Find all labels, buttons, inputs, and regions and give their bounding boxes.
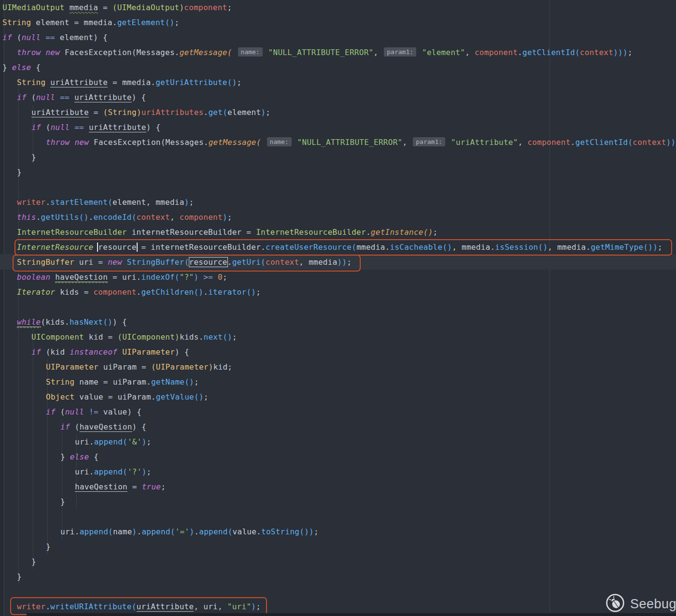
code-token: append( xyxy=(94,467,127,476)
code-line[interactable]: if (null == uriAttribute) { xyxy=(0,120,676,135)
code-token: StringBuffer( xyxy=(127,258,189,267)
code-token: value) { xyxy=(99,407,141,416)
code-token: = mmedia. xyxy=(108,78,155,87)
code-line[interactable]: Object value = uiParam.getValue(); xyxy=(0,389,676,404)
code-token xyxy=(417,48,422,57)
code-token: uri. xyxy=(60,527,80,536)
code-token: writeURIAttribute( xyxy=(50,602,136,611)
code-line[interactable]: boolean haveQestion = uri.indexOf("?") >… xyxy=(0,270,676,285)
code-line[interactable]: uriAttribute = (String)uriAttributes.get… xyxy=(0,105,676,120)
code-token: ; xyxy=(658,243,662,252)
code-line[interactable]: UIParameter uiParam = (UIParameter)kid; xyxy=(0,359,676,374)
code-line[interactable]: } xyxy=(0,150,676,165)
code-line[interactable]: writer.startElement(element, mmedia); xyxy=(0,195,676,210)
code-token: ; xyxy=(161,482,166,491)
code-token: ; xyxy=(256,602,261,611)
code-token: } xyxy=(60,452,70,461)
code-line[interactable]: UIComponent kid = (UIComponent)kids.next… xyxy=(0,329,676,344)
code-token: (kids. xyxy=(41,317,70,327)
code-token: . xyxy=(204,108,209,117)
code-token: ) { xyxy=(146,123,161,132)
code-line[interactable]: StringBuffer uri = new StringBuffer(reso… xyxy=(0,255,676,270)
code-line[interactable]: } xyxy=(0,569,676,584)
code-token: '=' xyxy=(175,527,190,536)
code-line[interactable]: if (kid instanceof UIParameter) { xyxy=(0,344,676,359)
code-token: StringBuffer xyxy=(17,258,74,267)
code-line[interactable]: String element = mmedia.getElement(); xyxy=(0,15,676,30)
code-token: null xyxy=(36,93,56,102)
code-line[interactable]: if (null == uriAttribute) { xyxy=(0,90,676,105)
code-editor: UIMediaOutput mmedia = (UIMediaOutput)co… xyxy=(0,0,676,616)
code-line[interactable]: } xyxy=(0,539,676,554)
code-token: )) xyxy=(338,258,347,267)
code-token: { xyxy=(89,452,99,461)
code-token: uiParam = xyxy=(99,362,151,372)
code-token xyxy=(41,48,46,57)
code-line[interactable]: if (haveQestion) { xyxy=(0,419,676,434)
code-token: >= xyxy=(203,272,213,282)
code-token: = xyxy=(98,3,113,12)
code-token: , xyxy=(373,48,383,57)
code-line[interactable]: } else { xyxy=(0,449,676,464)
code-token: ; xyxy=(204,392,209,401)
code-line[interactable] xyxy=(0,300,676,315)
code-token: ( xyxy=(12,33,22,42)
code-token: getMessage( xyxy=(180,48,232,57)
code-line[interactable]: uri.append(name).append('=').append(valu… xyxy=(0,524,676,539)
code-line[interactable]: String name = uiParam.getName(); xyxy=(0,374,676,389)
code-token: getUriAttribute() xyxy=(155,78,237,87)
code-line[interactable] xyxy=(0,180,676,195)
code-line[interactable]: if (null == element) { xyxy=(0,30,676,45)
code-line[interactable]: String uriAttribute = mmedia.getUriAttri… xyxy=(0,75,676,90)
code-token: ))) xyxy=(666,138,676,147)
code-token: uri = xyxy=(74,258,108,267)
code-line[interactable]: while(kids.hasNext()) { xyxy=(0,315,676,329)
code-token: != xyxy=(89,407,99,416)
code-token: value = uiParam. xyxy=(74,392,155,401)
code-token: ; xyxy=(227,213,232,222)
code-token: indexOf( xyxy=(141,272,180,282)
code-line[interactable]: } xyxy=(0,554,676,569)
code-line[interactable]: } xyxy=(0,494,676,509)
code-line[interactable] xyxy=(0,584,676,599)
code-token: if xyxy=(46,407,56,416)
code-token: context xyxy=(580,48,613,57)
code-line[interactable]: uri.append('&'); xyxy=(0,434,676,449)
code-line[interactable]: Iterator kids = component.getChildren().… xyxy=(0,285,676,300)
code-line[interactable]: if (null != value) { xyxy=(0,404,676,419)
code-token: ) xyxy=(653,243,658,252)
code-area[interactable]: UIMediaOutput mmedia = (UIMediaOutput)co… xyxy=(0,0,676,614)
code-line[interactable]: uri.append('?'); xyxy=(0,464,676,479)
code-token: while xyxy=(17,317,41,327)
code-line[interactable]: } xyxy=(0,165,676,180)
code-token: == xyxy=(60,93,70,102)
param-hint-badge: name: xyxy=(267,137,292,146)
code-line[interactable]: InternetResourceBuilder internetResource… xyxy=(0,225,676,240)
code-token xyxy=(117,347,122,357)
code-line[interactable]: UIMediaOutput mmedia = (UIMediaOutput)co… xyxy=(0,0,676,15)
code-token: , xyxy=(402,138,412,147)
code-token: ( xyxy=(70,422,80,431)
code-line[interactable]: throw new FacesException(Messages.getMes… xyxy=(0,135,676,150)
code-line[interactable]: throw new FacesException(Messages.getMes… xyxy=(0,45,676,60)
code-line[interactable]: } else { xyxy=(0,60,676,75)
code-token: "uri" xyxy=(227,602,252,611)
code-line[interactable]: haveQestion = true; xyxy=(0,479,676,494)
code-token: ( xyxy=(41,123,51,132)
code-token: } xyxy=(60,497,65,506)
code-token: ; xyxy=(227,3,232,12)
code-token: if xyxy=(31,347,41,357)
code-token: Iterator xyxy=(17,287,55,297)
code-token: mmedia. xyxy=(356,243,390,252)
code-token: , xyxy=(465,48,475,57)
code-line[interactable]: writer.writeURIAttribute(uriAttribute, u… xyxy=(0,599,676,614)
code-token: ; xyxy=(175,18,180,27)
code-token: . xyxy=(518,48,522,57)
code-token: ; xyxy=(347,258,352,267)
code-token: uriAttribute xyxy=(74,93,132,102)
code-line[interactable] xyxy=(0,509,676,524)
code-token: isSession() xyxy=(495,243,548,252)
code-token: context xyxy=(633,138,666,147)
code-line[interactable]: this.getUtils().encodeId(context, compon… xyxy=(0,210,676,225)
code-line[interactable]: InternetResource resource = internetReso… xyxy=(0,240,676,255)
